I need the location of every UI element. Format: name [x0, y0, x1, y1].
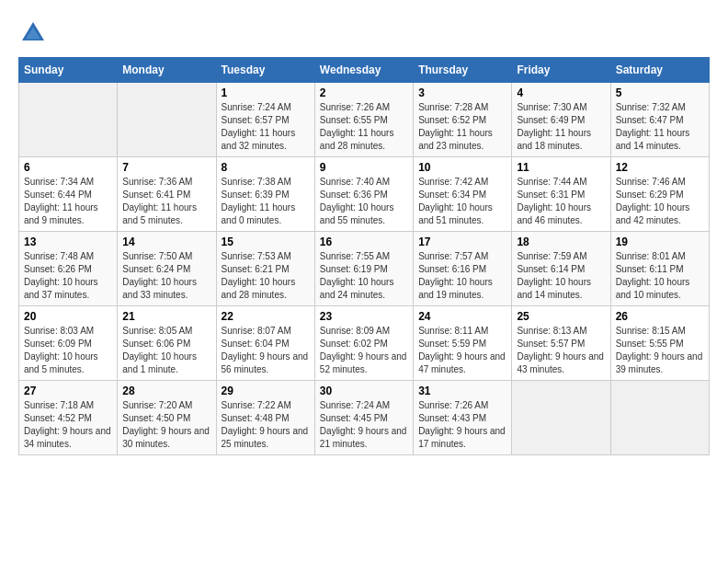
- day-cell: 12Sunrise: 7:46 AMSunset: 6:29 PMDayligh…: [610, 157, 709, 232]
- day-info: Sunrise: 7:59 AMSunset: 6:14 PMDaylight:…: [517, 250, 605, 302]
- day-cell: 27Sunrise: 7:18 AMSunset: 4:52 PMDayligh…: [19, 381, 118, 455]
- day-info: Sunrise: 7:20 AMSunset: 4:50 PMDaylight:…: [122, 399, 210, 451]
- day-cell: 17Sunrise: 7:57 AMSunset: 6:16 PMDayligh…: [414, 232, 512, 306]
- day-info: Sunrise: 8:07 AMSunset: 6:04 PMDaylight:…: [222, 325, 310, 376]
- day-cell: 19Sunrise: 8:01 AMSunset: 6:11 PMDayligh…: [610, 232, 709, 306]
- day-cell: 15Sunrise: 7:53 AMSunset: 6:21 PMDayligh…: [216, 232, 314, 306]
- day-cell: 1Sunrise: 7:24 AMSunset: 6:57 PMDaylight…: [216, 83, 314, 157]
- calendar-header-row: SundayMondayTuesdayWednesdayThursdayFrid…: [19, 58, 710, 83]
- day-cell: 21Sunrise: 8:05 AMSunset: 6:06 PMDayligh…: [118, 306, 216, 381]
- day-info: Sunrise: 8:03 AMSunset: 6:09 PMDaylight:…: [24, 325, 112, 376]
- day-number: 13: [24, 236, 112, 248]
- day-number: 4: [517, 86, 605, 99]
- day-number: 18: [517, 236, 605, 248]
- day-number: 10: [418, 161, 506, 174]
- day-cell: 7Sunrise: 7:36 AMSunset: 6:41 PMDaylight…: [118, 157, 216, 232]
- day-info: Sunrise: 8:11 AMSunset: 5:59 PMDaylight:…: [418, 325, 506, 376]
- day-cell: 13Sunrise: 7:48 AMSunset: 6:26 PMDayligh…: [19, 232, 118, 306]
- day-number: 7: [122, 161, 210, 174]
- day-cell: 24Sunrise: 8:11 AMSunset: 5:59 PMDayligh…: [414, 306, 512, 381]
- day-info: Sunrise: 7:50 AMSunset: 6:24 PMDaylight:…: [122, 250, 210, 302]
- header-day-tuesday: Tuesday: [216, 58, 314, 83]
- day-cell: 4Sunrise: 7:30 AMSunset: 6:49 PMDaylight…: [512, 83, 610, 157]
- header-day-saturday: Saturday: [610, 58, 709, 83]
- day-info: Sunrise: 7:24 AMSunset: 4:45 PMDaylight:…: [320, 399, 408, 451]
- day-info: Sunrise: 7:32 AMSunset: 6:47 PMDaylight:…: [616, 101, 704, 153]
- day-info: Sunrise: 8:01 AMSunset: 6:11 PMDaylight:…: [616, 250, 704, 302]
- logo: [18, 18, 51, 48]
- day-cell: 14Sunrise: 7:50 AMSunset: 6:24 PMDayligh…: [118, 232, 216, 306]
- day-number: 14: [122, 236, 210, 248]
- week-row-1: 1Sunrise: 7:24 AMSunset: 6:57 PMDaylight…: [19, 83, 710, 157]
- week-row-4: 20Sunrise: 8:03 AMSunset: 6:09 PMDayligh…: [19, 306, 710, 381]
- day-number: 26: [616, 310, 704, 323]
- header-day-sunday: Sunday: [19, 58, 118, 83]
- day-number: 21: [122, 310, 210, 323]
- day-number: 20: [24, 310, 112, 323]
- day-number: 8: [222, 161, 310, 174]
- day-cell: 23Sunrise: 8:09 AMSunset: 6:02 PMDayligh…: [314, 306, 413, 381]
- day-number: 17: [418, 236, 506, 248]
- day-info: Sunrise: 7:30 AMSunset: 6:49 PMDaylight:…: [517, 101, 605, 153]
- day-number: 3: [418, 86, 506, 99]
- day-info: Sunrise: 7:26 AMSunset: 4:43 PMDaylight:…: [418, 399, 506, 451]
- day-cell: 28Sunrise: 7:20 AMSunset: 4:50 PMDayligh…: [118, 381, 216, 455]
- day-cell: 2Sunrise: 7:26 AMSunset: 6:55 PMDaylight…: [314, 83, 413, 157]
- day-number: 9: [320, 161, 408, 174]
- day-cell: 5Sunrise: 7:32 AMSunset: 6:47 PMDaylight…: [610, 83, 709, 157]
- week-row-2: 6Sunrise: 7:34 AMSunset: 6:44 PMDaylight…: [19, 157, 710, 232]
- day-cell: [610, 381, 709, 455]
- week-row-3: 13Sunrise: 7:48 AMSunset: 6:26 PMDayligh…: [19, 232, 710, 306]
- day-cell: 8Sunrise: 7:38 AMSunset: 6:39 PMDaylight…: [216, 157, 314, 232]
- day-info: Sunrise: 7:46 AMSunset: 6:29 PMDaylight:…: [616, 176, 704, 227]
- day-info: Sunrise: 7:42 AMSunset: 6:34 PMDaylight:…: [418, 176, 506, 227]
- day-cell: 29Sunrise: 7:22 AMSunset: 4:48 PMDayligh…: [216, 381, 314, 455]
- day-cell: 18Sunrise: 7:59 AMSunset: 6:14 PMDayligh…: [512, 232, 610, 306]
- header-day-thursday: Thursday: [414, 58, 512, 83]
- day-cell: 3Sunrise: 7:28 AMSunset: 6:52 PMDaylight…: [414, 83, 512, 157]
- day-cell: 22Sunrise: 8:07 AMSunset: 6:04 PMDayligh…: [216, 306, 314, 381]
- day-number: 16: [320, 236, 408, 248]
- day-number: 5: [616, 86, 704, 99]
- day-cell: [118, 83, 216, 157]
- day-number: 28: [122, 385, 210, 397]
- day-info: Sunrise: 7:55 AMSunset: 6:19 PMDaylight:…: [320, 250, 408, 302]
- day-number: 2: [320, 86, 408, 99]
- day-number: 23: [320, 310, 408, 323]
- header-day-monday: Monday: [118, 58, 216, 83]
- day-info: Sunrise: 7:53 AMSunset: 6:21 PMDaylight:…: [222, 250, 310, 302]
- day-cell: 30Sunrise: 7:24 AMSunset: 4:45 PMDayligh…: [314, 381, 413, 455]
- day-cell: 10Sunrise: 7:42 AMSunset: 6:34 PMDayligh…: [414, 157, 512, 232]
- day-info: Sunrise: 7:57 AMSunset: 6:16 PMDaylight:…: [418, 250, 506, 302]
- day-number: 19: [616, 236, 704, 248]
- day-cell: [19, 83, 118, 157]
- day-number: 22: [222, 310, 310, 323]
- header-day-friday: Friday: [512, 58, 610, 83]
- day-cell: 16Sunrise: 7:55 AMSunset: 6:19 PMDayligh…: [314, 232, 413, 306]
- day-info: Sunrise: 7:44 AMSunset: 6:31 PMDaylight:…: [517, 176, 605, 227]
- day-info: Sunrise: 7:34 AMSunset: 6:44 PMDaylight:…: [24, 176, 112, 227]
- calendar-table: SundayMondayTuesdayWednesdayThursdayFrid…: [18, 57, 710, 455]
- day-cell: 25Sunrise: 8:13 AMSunset: 5:57 PMDayligh…: [512, 306, 610, 381]
- day-info: Sunrise: 7:26 AMSunset: 6:55 PMDaylight:…: [320, 101, 408, 153]
- day-number: 27: [24, 385, 112, 397]
- day-info: Sunrise: 8:13 AMSunset: 5:57 PMDaylight:…: [517, 325, 605, 376]
- header-day-wednesday: Wednesday: [314, 58, 413, 83]
- day-number: 11: [517, 161, 605, 174]
- day-number: 24: [418, 310, 506, 323]
- day-cell: [512, 381, 610, 455]
- day-info: Sunrise: 7:48 AMSunset: 6:26 PMDaylight:…: [24, 250, 112, 302]
- day-info: Sunrise: 7:18 AMSunset: 4:52 PMDaylight:…: [24, 399, 112, 451]
- day-number: 6: [24, 161, 112, 174]
- day-number: 29: [222, 385, 310, 397]
- day-number: 30: [320, 385, 408, 397]
- day-info: Sunrise: 7:28 AMSunset: 6:52 PMDaylight:…: [418, 101, 506, 153]
- day-info: Sunrise: 7:38 AMSunset: 6:39 PMDaylight:…: [222, 176, 310, 227]
- logo-icon: [18, 18, 48, 48]
- day-cell: 11Sunrise: 7:44 AMSunset: 6:31 PMDayligh…: [512, 157, 610, 232]
- day-info: Sunrise: 7:40 AMSunset: 6:36 PMDaylight:…: [320, 176, 408, 227]
- day-info: Sunrise: 7:24 AMSunset: 6:57 PMDaylight:…: [222, 101, 310, 153]
- day-info: Sunrise: 8:05 AMSunset: 6:06 PMDaylight:…: [122, 325, 210, 376]
- day-cell: 26Sunrise: 8:15 AMSunset: 5:55 PMDayligh…: [610, 306, 709, 381]
- day-number: 31: [418, 385, 506, 397]
